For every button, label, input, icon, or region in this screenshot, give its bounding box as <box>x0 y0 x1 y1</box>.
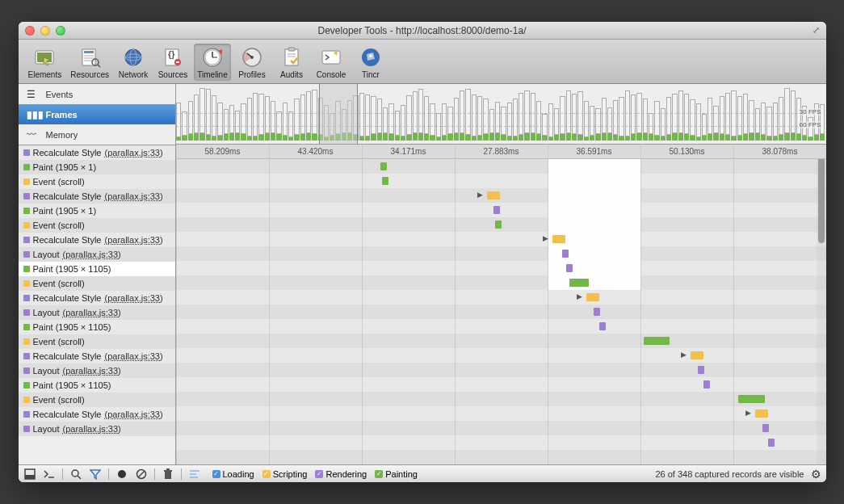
record-row[interactable]: Event (scroll) <box>19 218 175 233</box>
timeline-event-bar[interactable] <box>703 380 710 388</box>
frame-header-cell: 58.209ms <box>176 145 269 158</box>
dock-button[interactable] <box>23 468 36 481</box>
record-source-link[interactable]: (parallax.js:33) <box>105 191 163 201</box>
records-list[interactable]: Recalculate Style (parallax.js:33)Paint … <box>19 145 175 464</box>
timeline-event-bar[interactable] <box>566 264 573 272</box>
legend-loading[interactable]: ✓Loading <box>212 469 254 479</box>
record-row[interactable]: Paint (1905 × 1) <box>19 204 175 218</box>
glue-button[interactable] <box>188 468 201 481</box>
expand-arrow-icon[interactable]: ▶ <box>543 234 548 242</box>
record-source-link[interactable]: (parallax.js:33) <box>105 410 163 419</box>
record-row[interactable]: Event (scroll) <box>19 276 175 291</box>
timeline-event-bar[interactable] <box>594 308 600 316</box>
tab-tincr[interactable]: Tincr <box>352 44 389 81</box>
timeline-event-bar[interactable] <box>644 337 670 345</box>
record-row[interactable]: Paint (1905 × 1105) <box>19 262 175 276</box>
mode-frames[interactable]: ▮▮▮ Frames <box>19 104 175 124</box>
record-row[interactable]: Event (scroll) <box>19 174 175 189</box>
filter-button[interactable] <box>89 468 102 481</box>
timeline-event-bar[interactable] <box>382 177 388 185</box>
titlebar[interactable]: Developer Tools - http://localhost:8000/… <box>19 22 826 40</box>
timeline-event-bar[interactable] <box>738 395 764 403</box>
timeline-event-bar[interactable] <box>495 220 502 229</box>
record-row[interactable]: Layout (parallax.js:33) <box>19 422 175 436</box>
record-source-link[interactable]: (parallax.js:33) <box>63 308 121 317</box>
record-source-link[interactable]: (parallax.js:33) <box>105 351 163 361</box>
record-source-link[interactable]: (parallax.js:33) <box>63 250 121 259</box>
tab-console[interactable]: Console <box>313 44 350 81</box>
minimize-button[interactable] <box>40 26 50 36</box>
record-row[interactable]: Layout (parallax.js:33) <box>19 363 175 378</box>
legend-rendering[interactable]: ✓Rendering <box>315 469 367 479</box>
timeline-row <box>176 363 826 377</box>
tab-sources[interactable]: {}Sources <box>154 44 191 81</box>
clear-button[interactable] <box>135 468 148 481</box>
search-button[interactable] <box>69 468 82 481</box>
mode-memory[interactable]: 〰 Memory <box>19 124 175 145</box>
svg-line-34 <box>78 476 81 479</box>
timeline-event-bar[interactable] <box>755 410 768 418</box>
timeline-event-bar[interactable] <box>599 322 606 330</box>
record-button[interactable] <box>115 468 128 481</box>
record-row[interactable]: Recalculate Style (parallax.js:33) <box>19 407 175 422</box>
scrollbar-thumb[interactable] <box>818 146 825 243</box>
timeline-event-bar[interactable] <box>586 293 599 301</box>
tab-profiles[interactable]: Profiles <box>233 44 271 81</box>
timeline-event-bar[interactable] <box>569 279 589 287</box>
mode-events[interactable]: ☰ Events <box>19 84 175 104</box>
expand-arrow-icon[interactable]: ▶ <box>577 292 582 300</box>
timeline-event-bar[interactable] <box>380 162 387 170</box>
overview-bar <box>501 84 506 141</box>
timeline-event-bar[interactable] <box>552 235 565 243</box>
record-row[interactable]: Paint (1905 × 1105) <box>19 320 175 334</box>
maximize-button[interactable] <box>56 26 65 36</box>
resources-icon <box>78 45 102 69</box>
tab-timeline[interactable]: Timeline <box>194 44 231 81</box>
record-source-link[interactable]: (parallax.js:33) <box>105 293 163 303</box>
tab-network[interactable]: Network <box>115 44 152 81</box>
record-row[interactable]: Recalculate Style (parallax.js:33) <box>19 189 175 204</box>
timeline-event-bar[interactable] <box>768 439 775 447</box>
tab-resources[interactable]: Resources <box>67 44 112 81</box>
overview-selection[interactable] <box>319 84 358 144</box>
legend-scripting[interactable]: ✓Scripting <box>262 469 308 479</box>
timeline-event-bar[interactable] <box>487 191 500 200</box>
expand-arrow-icon[interactable]: ▶ <box>681 351 687 359</box>
record-row[interactable]: Recalculate Style (parallax.js:33) <box>19 233 175 247</box>
record-source-link[interactable]: (parallax.js:33) <box>105 235 163 245</box>
timeline-area[interactable]: 58.209ms43.420ms34.171ms27.883ms36.591ms… <box>176 145 826 464</box>
tab-elements[interactable]: Elements <box>25 44 65 81</box>
record-row[interactable]: Recalculate Style (parallax.js:33) <box>19 349 175 363</box>
record-row[interactable]: Paint (1905 × 1) <box>19 160 175 174</box>
vertical-scrollbar[interactable] <box>817 145 826 464</box>
fullscreen-icon[interactable]: ⤢ <box>813 25 820 36</box>
overview-bar <box>590 84 594 141</box>
timeline-event-bar[interactable] <box>698 366 704 374</box>
overview-strip[interactable]: 30 FPS 60 FPS <box>176 84 826 145</box>
console-toggle-button[interactable] <box>43 468 56 481</box>
close-button[interactable] <box>25 26 35 36</box>
record-source-link[interactable]: (parallax.js:33) <box>63 366 121 376</box>
record-row[interactable]: Recalculate Style (parallax.js:33) <box>19 291 175 305</box>
garbage-button[interactable] <box>162 468 174 481</box>
overview-bar <box>206 84 211 141</box>
tab-audits[interactable]: Audits <box>273 44 310 81</box>
record-row[interactable]: Recalculate Style (parallax.js:33) <box>19 145 175 160</box>
timeline-event-bar[interactable] <box>762 424 769 432</box>
legend-painting[interactable]: ✓Painting <box>375 469 418 479</box>
overview-bars <box>176 84 826 144</box>
timeline-event-bar[interactable] <box>562 250 569 258</box>
record-row[interactable]: Paint (1905 × 1105) <box>19 378 175 393</box>
record-row[interactable]: Layout (parallax.js:33) <box>19 305 175 320</box>
record-row[interactable]: Event (scroll) <box>19 393 175 407</box>
timeline-event-bar[interactable] <box>691 351 703 359</box>
settings-gear-icon[interactable]: ⚙ <box>811 468 821 481</box>
record-source-link[interactable]: (parallax.js:33) <box>63 424 121 434</box>
record-row[interactable]: Event (scroll) <box>19 334 175 349</box>
record-source-link[interactable]: (parallax.js:33) <box>105 148 163 158</box>
record-label: Paint (1905 × 1105) <box>33 380 111 390</box>
timeline-event-bar[interactable] <box>493 206 500 214</box>
expand-arrow-icon[interactable]: ▶ <box>477 191 483 199</box>
record-row[interactable]: Layout (parallax.js:33) <box>19 247 175 262</box>
expand-arrow-icon[interactable]: ▶ <box>745 409 751 417</box>
